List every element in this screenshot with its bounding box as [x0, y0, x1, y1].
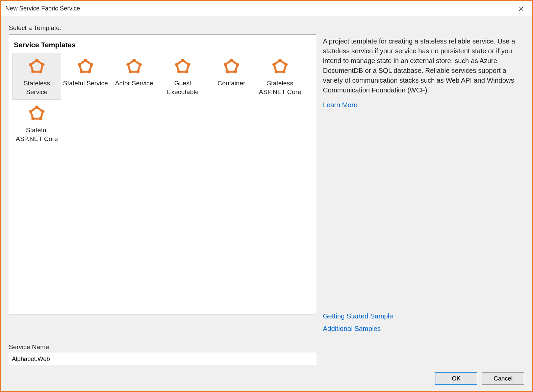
fabric-icon — [14, 104, 59, 124]
learn-more-link[interactable]: Learn More — [323, 101, 524, 109]
description-panel: A project template for creating a statel… — [323, 34, 524, 337]
template-description: A project template for creating a statel… — [323, 36, 524, 95]
select-template-label: Select a Template: — [9, 24, 524, 32]
template-label: Stateless Service — [14, 79, 59, 96]
window-title: New Service Fabric Service — [5, 5, 80, 12]
cancel-button[interactable]: Cancel — [482, 372, 524, 385]
service-name-input[interactable] — [9, 353, 316, 365]
template-label: Actor Service — [111, 79, 157, 88]
template-item[interactable]: Stateful ASP.NET Core — [12, 100, 61, 147]
titlebar: New Service Fabric Service — [1, 1, 532, 17]
ok-button[interactable]: OK — [435, 372, 477, 385]
templates-panel: Service Templates Stateless Service Stat… — [9, 34, 316, 314]
fabric-icon — [160, 57, 205, 77]
template-label: Stateless ASP.NET Core — [257, 79, 303, 96]
service-name-label: Service Name: — [9, 343, 524, 351]
fabric-icon — [111, 57, 157, 77]
templates-heading: Service Templates — [14, 41, 312, 49]
template-label: Guest Executable — [160, 79, 205, 96]
fabric-icon — [63, 57, 108, 77]
template-label: Stateful ASP.NET Core — [14, 126, 59, 143]
template-item[interactable]: Stateful Service — [61, 53, 110, 100]
template-label: Container — [209, 79, 254, 88]
template-item[interactable]: Actor Service — [110, 53, 158, 100]
template-item[interactable]: Guest Executable — [158, 53, 207, 100]
template-item[interactable]: Stateless ASP.NET Core — [256, 53, 304, 100]
getting-started-link[interactable]: Getting Started Sample — [323, 312, 524, 320]
additional-samples-link[interactable]: Additional Samples — [323, 325, 524, 333]
close-button[interactable] — [515, 2, 528, 15]
fabric-icon — [209, 57, 254, 77]
template-item[interactable]: Container — [207, 53, 256, 100]
fabric-icon — [257, 57, 303, 77]
template-label: Stateful Service — [63, 79, 108, 88]
fabric-icon — [14, 57, 59, 77]
close-icon — [518, 6, 524, 11]
dialog-buttons: OK Cancel — [1, 365, 532, 391]
template-item[interactable]: Stateless Service — [12, 53, 61, 100]
